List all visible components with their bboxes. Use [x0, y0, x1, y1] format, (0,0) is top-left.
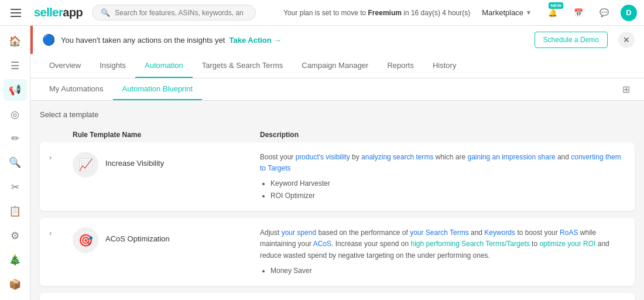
- schedule-demo-button[interactable]: Schedule a Demo: [535, 32, 608, 48]
- tab-reports[interactable]: Reports: [378, 54, 423, 78]
- notifications-button[interactable]: 🔔 NEW: [543, 4, 562, 22]
- tab-history[interactable]: History: [423, 54, 465, 78]
- take-action-link[interactable]: Take Action →: [229, 36, 281, 45]
- section-label: Select a template: [40, 110, 635, 119]
- card-left-1: 📈 Increase Visibility: [73, 152, 260, 178]
- bullet-item: Keyword Harvester: [270, 178, 625, 189]
- sidebar-item-targeting[interactable]: ◎: [4, 103, 27, 125]
- sidebar-item-brand[interactable]: 🎄: [4, 249, 27, 271]
- col-expand: [49, 131, 73, 139]
- col-description: Description: [260, 131, 625, 139]
- sidebar-item-products[interactable]: 📦: [4, 274, 27, 295]
- tab-campaign-manager[interactable]: Campaign Manager: [292, 54, 378, 78]
- sidebar-item-home[interactable]: 🏠: [4, 30, 27, 52]
- alert-banner: 🔵 You haven't taken any actions on the i…: [30, 26, 644, 54]
- sidebar-item-edit[interactable]: ✏: [4, 128, 27, 149]
- sidebar-item-reports[interactable]: 📋: [4, 200, 27, 222]
- card-row-1: › 📈 Increase Visibility Boost your produ…: [40, 142, 635, 211]
- card-desc-2: Adjust your spend based on the performan…: [260, 227, 625, 277]
- card-acos-optimization: › 🎯 ACoS Optimization Adjust your spend …: [40, 218, 635, 286]
- nav-right: Your plan is set to move to Freemium in …: [283, 4, 637, 22]
- hamburger-menu[interactable]: [7, 5, 25, 21]
- card-title-2: ACoS Optimization: [105, 227, 170, 243]
- bullets-1: Keyword Harvester ROI Optimizer: [260, 178, 625, 202]
- chevron-down-icon: ▼: [526, 9, 532, 16]
- notification-badge: NEW: [549, 2, 563, 9]
- tab-automation[interactable]: Automation: [135, 54, 193, 78]
- main-layout: 🏠 ☰ 📢 ◎ ✏ 🔍 ✂ 📋 ⚙ 🎄 📦 🔵 You haven't take…: [0, 26, 644, 300]
- card-desc-1: Boost your product's visibility by analy…: [260, 152, 625, 202]
- table-header: Rule Template Name Description: [40, 127, 635, 142]
- increase-visibility-icon: 📈: [73, 152, 98, 178]
- card-increase-visibility: › 📈 Increase Visibility Boost your produ…: [40, 142, 635, 211]
- layout-toggle-button[interactable]: ⊞: [618, 79, 635, 100]
- acos-optimization-icon: 🎯: [73, 227, 98, 253]
- subtab-my-automations[interactable]: My Automations: [40, 79, 113, 100]
- tab-overview[interactable]: Overview: [40, 54, 90, 78]
- sidebar-item-search[interactable]: 🔍: [4, 152, 27, 173]
- card-left-2: 🎯 ACoS Optimization: [73, 227, 260, 253]
- alert-text: You haven't taken any actions on the ins…: [61, 36, 529, 45]
- alert-icon: 🔵: [42, 33, 55, 46]
- card-row-3: › $ Budget Management Improve the effici…: [40, 293, 635, 300]
- plan-text: Your plan is set to move to Freemium in …: [283, 9, 470, 17]
- bullet-item: Money Saver: [270, 265, 625, 277]
- col-rule-name: Rule Template Name: [73, 131, 260, 139]
- top-navigation: sellerapp 🔍 Your plan is set to move to …: [0, 0, 644, 26]
- calendar-button[interactable]: 📅: [569, 4, 588, 22]
- card-budget-management: › $ Budget Management Improve the effici…: [40, 293, 635, 300]
- marketplace-dropdown[interactable]: Marketplace ▼: [477, 6, 536, 19]
- sub-tab-navigation: My Automations Automation Blueprint ⊞: [30, 79, 644, 101]
- subtab-automation-blueprint[interactable]: Automation Blueprint: [113, 79, 203, 100]
- tab-insights[interactable]: Insights: [90, 54, 135, 78]
- logo: sellerapp: [34, 6, 83, 19]
- expand-icon-2[interactable]: ›: [49, 227, 73, 237]
- avatar[interactable]: D: [621, 5, 637, 21]
- search-icon: 🔍: [101, 8, 110, 17]
- sidebar: 🏠 ☰ 📢 ◎ ✏ 🔍 ✂ 📋 ⚙ 🎄 📦: [0, 26, 30, 300]
- main-content: 🔵 You haven't taken any actions on the i…: [30, 26, 644, 300]
- sub-tab-left: My Automations Automation Blueprint: [40, 79, 202, 100]
- close-alert-button[interactable]: ✕: [618, 32, 635, 48]
- search-input[interactable]: [115, 9, 244, 17]
- sidebar-item-menu[interactable]: ☰: [4, 54, 27, 76]
- bullet-item: ROI Optimizer: [270, 190, 625, 202]
- search-bar[interactable]: 🔍: [92, 5, 256, 21]
- sidebar-item-campaigns[interactable]: 📢: [4, 79, 27, 101]
- messages-button[interactable]: 💬: [595, 4, 614, 22]
- sidebar-item-tools[interactable]: ✂: [4, 176, 27, 198]
- content-area: Select a template Rule Template Name Des…: [30, 101, 644, 300]
- tab-navigation: Overview Insights Automation Targets & S…: [30, 54, 644, 79]
- card-title-1: Increase Visibility: [105, 152, 164, 168]
- expand-icon-1[interactable]: ›: [49, 152, 73, 162]
- bullets-2: Money Saver: [260, 265, 625, 277]
- sidebar-item-settings[interactable]: ⚙: [4, 225, 27, 247]
- card-row-2: › 🎯 ACoS Optimization Adjust your spend …: [40, 218, 635, 286]
- tab-targets-search-terms[interactable]: Targets & Search Terms: [193, 54, 292, 78]
